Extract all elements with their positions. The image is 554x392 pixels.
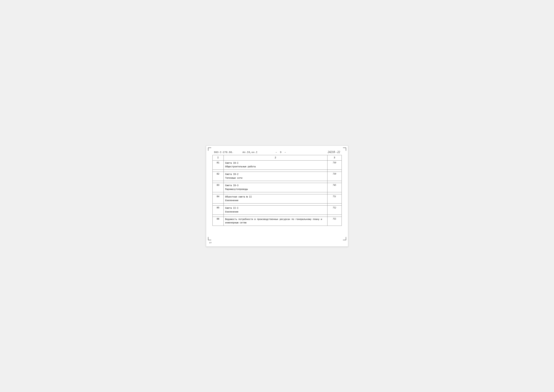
col-header-desc: 2 (223, 155, 327, 160)
col-header-page: 3 (327, 155, 341, 160)
row-page-number: 755 (327, 217, 341, 226)
entry-subtitle: Озеленение (225, 199, 326, 203)
corner-mark-tr (343, 147, 346, 151)
row-description: Смета IO-2Тепловые сети (223, 172, 327, 181)
entry-title: Смета IO-3 (225, 184, 326, 187)
row-page-number: 745 (327, 183, 341, 192)
corner-mark-tl (208, 147, 211, 151)
row-description: Ведомость потребности в производственных… (223, 217, 327, 226)
row-number: 81 (213, 160, 223, 169)
row-description: Смета IO-IОбщестроительные работы (223, 160, 327, 169)
row-number: 86 (213, 217, 223, 226)
row-description: Смета IO-3Паромазутопроводы (223, 183, 327, 192)
contents-table: I 2 3 81Смета IO-IОбщестроительные работ… (213, 155, 342, 226)
row-number: 82 (213, 172, 223, 181)
entry-subtitle: Тепловые сети (225, 176, 326, 180)
entry-subtitle: Озеленение (225, 210, 326, 214)
entry-subtitle: Паромазутопроводы (225, 188, 326, 191)
row-description: Объектная смета № IIОзеленение (223, 194, 327, 203)
table-row: 83Смета IO-3Паромазутопроводы745 (213, 183, 341, 192)
doc-number: 903-I-278.90. Ал.I8,кн.I – 9 – (214, 151, 286, 154)
row-page-number: 739 (327, 172, 341, 181)
row-page-number: 751 (327, 194, 341, 203)
entry-title: Смета IO-I (225, 161, 326, 165)
spacer-row (213, 192, 341, 194)
entry-title: Объектная смета № II (225, 195, 326, 199)
entry-subtitle: Общестроительные работы (225, 165, 326, 168)
spacer-row (213, 203, 341, 206)
table-row: 85Смета II-IОзеленение752 (213, 206, 341, 215)
bottom-label: от (209, 242, 212, 244)
entry-title: Смета II-I (225, 207, 326, 210)
corner-mark-bl (208, 237, 211, 240)
spacer-row (213, 215, 341, 217)
document-page: 903-I-278.90. Ал.I8,кн.I – 9 – 24218 - 2… (206, 146, 348, 247)
corner-mark-br (343, 237, 346, 240)
row-page-number: 752 (327, 206, 341, 215)
row-description: Смета II-IОзеленение (223, 206, 327, 215)
spacer-row (213, 181, 341, 183)
table-row: 82Смета IO-2Тепловые сети739 (213, 172, 341, 181)
document-header: 903-I-278.90. Ал.I8,кн.I – 9 – 24218 - 2… (213, 150, 342, 154)
entry-title: Смета IO-2 (225, 173, 326, 176)
spacer-row (213, 169, 341, 172)
table-row: 86Ведомость потребности в производственн… (213, 217, 341, 226)
row-number: 84 (213, 194, 223, 203)
table-row: 84Объектная смета № IIОзеленение751 (213, 194, 341, 203)
col-header-num: I (213, 155, 223, 160)
row-number: 85 (213, 206, 223, 215)
table-row: 81Смета IO-IОбщестроительные работы730 (213, 160, 341, 169)
doc-stamp: 24218 - 22 (328, 150, 340, 154)
row-page-number: 730 (327, 160, 341, 169)
row-number: 83 (213, 183, 223, 192)
